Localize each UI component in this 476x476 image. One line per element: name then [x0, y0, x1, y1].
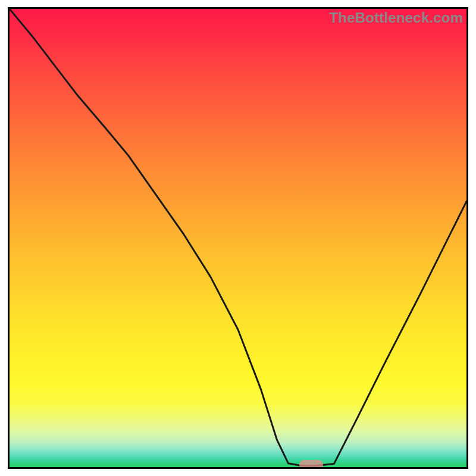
bottleneck-curve	[10, 9, 466, 467]
curve-line	[10, 9, 466, 466]
chart-frame	[8, 7, 468, 469]
optimum-marker	[299, 460, 323, 469]
watermark-text: TheBottleneck.com	[329, 10, 463, 26]
